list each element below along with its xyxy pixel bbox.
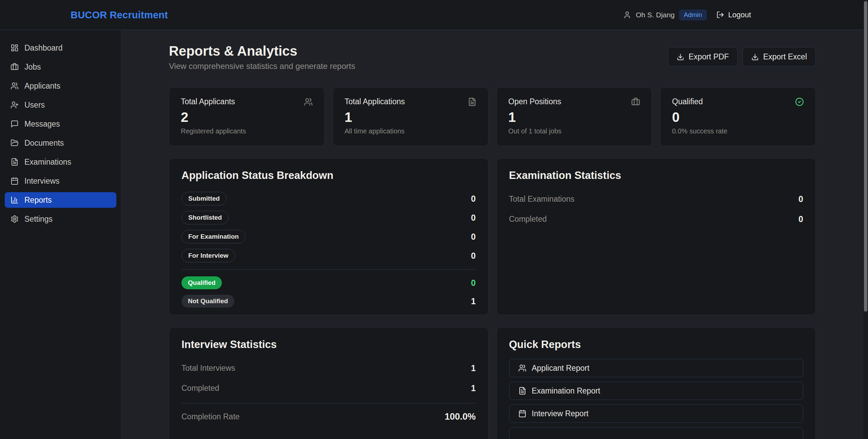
quick-reports-panel: Quick Reports Applicant Report Examinati…: [497, 327, 816, 439]
panel-title: Examination Statistics: [509, 169, 804, 182]
stat-row-label: Total Examinations: [509, 195, 575, 204]
interview-row-completed: Completed 1: [181, 378, 476, 398]
stat-row-label: Completed: [181, 384, 219, 393]
users-icon: [304, 97, 313, 106]
status-count: 0: [471, 278, 476, 288]
status-count: 0: [471, 213, 476, 223]
export-excel-label: Export Excel: [763, 52, 807, 61]
sidebar-item-label: Jobs: [24, 62, 41, 72]
page-head: Reports & Analytics View comprehensive s…: [169, 43, 816, 71]
quick-report-label: Interview Report: [532, 409, 589, 418]
stat-label: Total Applications: [345, 97, 405, 106]
status-badge: For Examination: [181, 230, 246, 243]
sidebar-item-label: Settings: [24, 215, 53, 224]
scrollbar-track[interactable]: [863, 0, 868, 439]
sidebar-item-interviews[interactable]: Interviews: [5, 173, 116, 189]
user-name: Oh S. Djang: [636, 11, 674, 19]
stat-value: 2: [181, 110, 313, 125]
quick-report-applicant-button[interactable]: Applicant Report: [509, 359, 804, 377]
briefcase-icon: [631, 97, 640, 106]
status-badge: Submitted: [181, 192, 227, 205]
sidebar-item-documents[interactable]: Documents: [5, 135, 116, 151]
scrollbar-thumb[interactable]: [864, 1, 867, 312]
stat-sub: Out of 1 total jobs: [508, 127, 640, 135]
sidebar-item-label: Interviews: [24, 177, 60, 186]
status-row-for-interview: For Interview 0: [181, 246, 476, 265]
sidebar-item-label: Documents: [24, 139, 64, 148]
download-icon: [677, 53, 684, 61]
status-count: 0: [471, 194, 476, 204]
stat-row-value: 1: [471, 363, 476, 373]
quick-report-button-partial[interactable]: [509, 427, 804, 439]
stat-row-value: 1: [471, 383, 476, 393]
user-plus-icon: [11, 101, 19, 109]
sidebar-item-messages[interactable]: Messages: [5, 116, 116, 132]
sidebar-item-label: Users: [24, 100, 45, 110]
stat-value: 1: [508, 110, 640, 125]
header-right-group: Oh S. Djang Admin Logout: [623, 0, 751, 30]
stat-card-qualified: Qualified 0 0.0% success rate: [660, 87, 816, 146]
stat-row-value: 0: [798, 194, 803, 204]
status-badge: For Interview: [181, 249, 235, 262]
status-row-not-qualified: Not Qualified 1: [181, 292, 476, 310]
sidebar-item-dashboard[interactable]: Dashboard: [5, 40, 116, 56]
stat-card-total-applications: Total Applications 1 All time applicatio…: [333, 87, 488, 146]
sidebar-item-reports[interactable]: Reports: [5, 192, 116, 208]
logout-label: Logout: [728, 11, 751, 19]
stat-sub: All time applications: [345, 127, 477, 135]
page-subtitle: View comprehensive statistics and genera…: [169, 61, 355, 71]
status-row-submitted: Submitted 0: [181, 189, 476, 208]
export-pdf-label: Export PDF: [689, 52, 729, 61]
stat-row-value: 100.0%: [445, 411, 476, 422]
export-excel-button[interactable]: Export Excel: [742, 47, 816, 67]
app-brand: BUCOR Recruitment: [71, 9, 168, 20]
interview-row-completion-rate: Completion Rate 100.0%: [181, 403, 476, 427]
circle-check-icon: [795, 97, 804, 106]
stat-card-open-positions: Open Positions 1 Out of 1 total jobs: [497, 87, 652, 146]
quick-report-label: Applicant Report: [532, 364, 590, 373]
stat-row-label: Completed: [509, 215, 547, 224]
quick-report-examination-button[interactable]: Examination Report: [509, 382, 804, 400]
grid-icon: [11, 44, 19, 52]
calendar-icon: [518, 409, 526, 418]
sidebar-item-label: Applicants: [24, 81, 60, 91]
stat-row-label: Completion Rate: [181, 412, 239, 421]
sidebar-item-jobs[interactable]: Jobs: [5, 59, 116, 75]
status-badge: Shortlisted: [181, 211, 229, 224]
export-buttons: Export PDF Export Excel: [668, 43, 816, 67]
sidebar-item-settings[interactable]: Settings: [5, 211, 116, 227]
download-icon: [751, 53, 759, 61]
sidebar-item-label: Messages: [24, 120, 60, 129]
stats-grid: Total Applicants 2 Registered applicants…: [169, 87, 816, 146]
sidebar-item-users[interactable]: Users: [5, 97, 116, 113]
sidebar-item-applicants[interactable]: Applicants: [5, 78, 116, 94]
stat-label: Total Applicants: [181, 97, 235, 106]
status-badge: Not Qualified: [181, 295, 234, 308]
interview-row-total: Total Interviews 1: [181, 358, 476, 378]
sidebar-item-examinations[interactable]: Examinations: [5, 154, 116, 170]
sidebar-item-label: Examinations: [24, 158, 71, 167]
quick-report-interview-button[interactable]: Interview Report: [509, 404, 804, 423]
stat-value: 1: [345, 110, 477, 125]
quick-reports-list: Applicant Report Examination Report Inte…: [509, 359, 804, 439]
logout-icon: [716, 11, 724, 19]
bar-chart-icon: [11, 196, 19, 204]
top-header: BUCOR Recruitment Oh S. Djang Admin Logo…: [0, 0, 868, 30]
briefcase-icon: [11, 63, 19, 71]
status-badge: Qualified: [181, 276, 222, 289]
message-icon: [11, 120, 19, 128]
logout-button[interactable]: Logout: [716, 11, 751, 19]
status-row-shortlisted: Shortlisted 0: [181, 208, 476, 227]
status-count: 0: [471, 232, 476, 242]
stat-value: 0: [672, 110, 804, 125]
file-text-icon: [518, 387, 526, 395]
export-pdf-button[interactable]: Export PDF: [668, 47, 738, 67]
stat-label: Qualified: [672, 97, 703, 106]
interview-statistics-panel: Interview Statistics Total Interviews 1 …: [169, 327, 488, 439]
stat-card-total-applicants: Total Applicants 2 Registered applicants: [169, 87, 325, 146]
status-row-qualified: Qualified 0: [181, 269, 476, 292]
users-icon: [11, 82, 19, 90]
calendar-icon: [11, 177, 19, 185]
sidebar: Dashboard Jobs Applicants Users Messages…: [0, 30, 121, 439]
users-icon: [518, 364, 526, 372]
